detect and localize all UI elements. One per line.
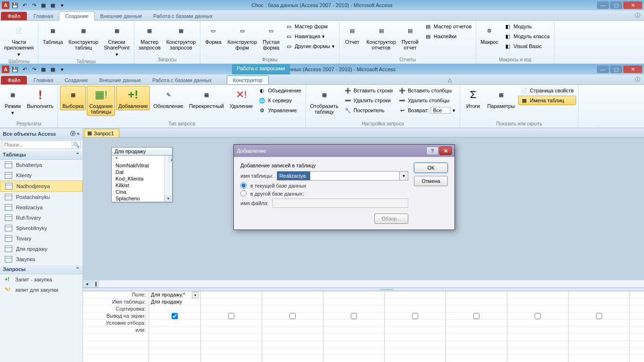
close-button[interactable]: ✕ (623, 66, 642, 73)
grid-cell[interactable] (446, 341, 507, 348)
totals-button[interactable]: ΣИтоги (462, 86, 484, 110)
delete-button[interactable]: ✕!Удаление (227, 86, 256, 110)
field-item[interactable]: Cina (112, 189, 172, 195)
scroll-left-icon[interactable]: ◀ (83, 281, 91, 288)
maximize-button[interactable]: ▢ (610, 1, 622, 9)
grid-cell-field[interactable] (569, 291, 629, 298)
nav-collapse-icon[interactable]: « (77, 131, 80, 136)
ribbon-collapse-icon[interactable]: △ (444, 75, 455, 84)
make-table-button[interactable]: ▦!Создание таблицы (87, 86, 115, 116)
grid-cell[interactable] (630, 348, 644, 355)
grid-cell-sort[interactable] (507, 305, 568, 313)
update-button[interactable]: ✎Обновление (151, 86, 186, 110)
field-item[interactable]: Kod_Klienta (112, 175, 172, 182)
show-checkbox[interactable] (412, 313, 418, 319)
grid-cell[interactable] (201, 327, 262, 334)
report-design-button[interactable]: ▤Конструктор отчетов (364, 22, 398, 52)
grid-cell-table[interactable] (507, 298, 568, 305)
nav-table-item[interactable]: Для продажу (0, 244, 83, 254)
table-field-list[interactable]: Для продажу *NomNaklVitratDatKod_Klienta… (111, 147, 173, 202)
grid-cell[interactable] (323, 341, 384, 348)
tab-file[interactable]: Файл (1, 12, 27, 20)
splitter[interactable]: ┉┉┉┉ (83, 288, 644, 291)
grid-cell-show[interactable] (385, 313, 446, 320)
collapse-icon[interactable]: ⌃ (75, 152, 80, 158)
qat-more-icon[interactable]: ▾ (58, 1, 66, 9)
grid-cell[interactable] (569, 334, 629, 341)
field-item[interactable]: * (112, 156, 172, 162)
grid-cell[interactable] (569, 348, 629, 355)
grid-cell-field[interactable] (323, 291, 384, 298)
grid-cell[interactable] (569, 341, 629, 348)
grid-cell[interactable] (507, 334, 568, 341)
grid-cell[interactable] (323, 334, 384, 341)
grid-cell[interactable] (149, 341, 200, 348)
collapse-icon[interactable]: ⌃ (75, 266, 80, 272)
grid-cell[interactable] (630, 320, 644, 327)
qat-more-icon[interactable]: ▾ (58, 66, 66, 73)
grid-cell-show[interactable] (323, 313, 384, 320)
grid-cell[interactable] (385, 341, 446, 348)
macro-button[interactable]: ⚙Макрос (478, 22, 501, 46)
grid-cell[interactable] (323, 320, 384, 327)
tab-home[interactable]: Главная (28, 12, 59, 20)
qat-undo-icon[interactable]: ↶ (21, 1, 28, 9)
nav-table-item[interactable]: Nadhodjennya (0, 181, 83, 192)
nav-table-item[interactable]: Buhalteriya (0, 160, 83, 170)
grid-cell[interactable] (262, 327, 323, 334)
form-button[interactable]: ▭Форма (202, 22, 224, 46)
field-item[interactable]: NomNaklVitrat (112, 162, 172, 169)
grid-cell[interactable] (446, 334, 507, 341)
grid-cell-field[interactable] (507, 291, 568, 298)
minimize-button[interactable]: — (597, 1, 609, 9)
grid-cell[interactable] (385, 327, 446, 334)
document-tab[interactable]: ▦Запрос1 (84, 129, 119, 137)
union-button[interactable]: ◐Объединение (256, 86, 303, 95)
qat-icon[interactable]: ▦ (40, 66, 47, 73)
grid-cell[interactable] (569, 327, 629, 334)
grid-cell[interactable] (149, 334, 200, 341)
qat-redo-icon[interactable]: ↷ (30, 66, 38, 73)
minimize-button[interactable]: — (597, 66, 609, 73)
grid-cell-field[interactable] (446, 291, 507, 298)
grid-cell-table[interactable] (262, 298, 323, 305)
table-name-combo[interactable]: ▼ (277, 171, 408, 181)
grid-cell-sort[interactable] (630, 305, 644, 313)
tab-file[interactable]: Файл (1, 76, 27, 84)
builder-button[interactable]: 🔧Построитель (342, 106, 395, 115)
grid-cell[interactable] (201, 320, 262, 327)
select-query-button[interactable]: ▦Выборка (60, 86, 86, 110)
grid-cell-field[interactable] (201, 291, 262, 298)
grid-cell[interactable] (149, 348, 200, 355)
nav-query-item[interactable]: ✎!запит для закупки (0, 285, 83, 295)
horizontal-scrollbar[interactable]: ◀▐▶ (83, 280, 644, 288)
grid-cell[interactable] (262, 334, 323, 341)
grid-cell[interactable] (507, 320, 568, 327)
nav-header[interactable]: Все объекты Accessⓥ « (0, 128, 83, 140)
grid-cell[interactable] (262, 348, 323, 355)
grid-cell-show[interactable] (201, 313, 262, 320)
blank-form-button[interactable]: ▭Пустая форма (260, 22, 282, 52)
insert-rows-button[interactable]: ➕Вставить строки (342, 86, 395, 95)
delete-rows-button[interactable]: ➖Удалить строки (342, 96, 395, 105)
qat-save-icon[interactable]: 💾 (11, 66, 19, 73)
grid-cell-show[interactable] (149, 313, 200, 320)
show-checkbox[interactable] (596, 313, 602, 319)
grid-cell[interactable] (507, 327, 568, 334)
grid-cell-sort[interactable] (446, 305, 507, 313)
grid-cell[interactable] (630, 334, 644, 341)
grid-cell[interactable] (569, 320, 629, 327)
grid-cell-table[interactable] (385, 298, 446, 305)
grid-cell[interactable] (446, 327, 507, 334)
passthrough-button[interactable]: 🌐К серверу (256, 96, 303, 105)
field-item[interactable]: Dat (112, 169, 172, 175)
grid-cell-sort[interactable] (262, 305, 323, 313)
form-design-button[interactable]: ▭Конструктор форм (225, 22, 259, 52)
view-button[interactable]: ▦Режим▾ (2, 86, 24, 117)
nav-table-item[interactable]: Tovary (0, 233, 83, 244)
grid-cell-show[interactable] (630, 313, 644, 320)
tab-external-data[interactable]: Внешние данные (95, 12, 148, 20)
property-sheet-button[interactable]: 📄Страница свойств (518, 86, 576, 95)
qat-icon[interactable]: ▦ (49, 1, 57, 9)
dialog-titlebar[interactable]: Добавление ? ✕ (234, 145, 454, 157)
